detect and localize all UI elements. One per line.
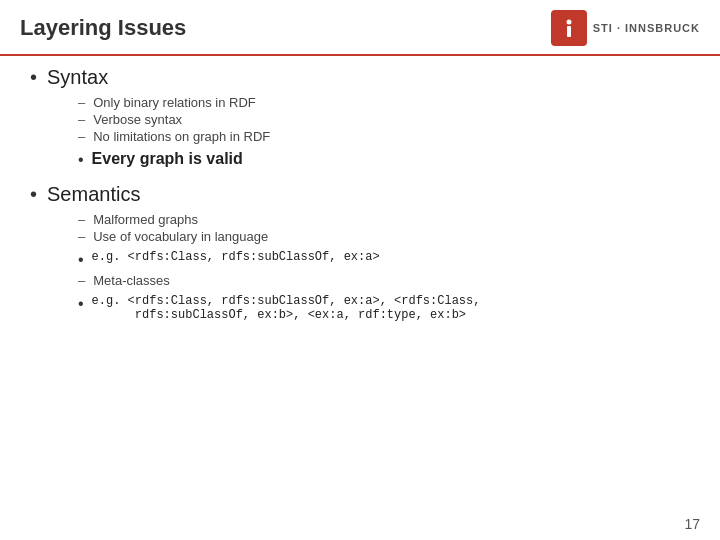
syntax-item-2: Verbose syntax [93, 112, 182, 127]
header: Layering Issues STI · INNSBRUCK [0, 0, 720, 56]
semantics-item-1: Malformed graphs [93, 212, 198, 227]
list-item: – No limitations on graph in RDF [78, 129, 690, 144]
list-item: – Malformed graphs [78, 212, 690, 227]
semantics-item-2: Use of vocabulary in language [93, 229, 268, 244]
every-graph-bullet: • Every graph is valid [78, 150, 690, 169]
list-item: – Only binary relations in RDF [78, 95, 690, 110]
semantics-label: Semantics [47, 183, 140, 206]
list-item: – Verbose syntax [78, 112, 690, 127]
semantics-sub-list-2: – Meta-classes [78, 273, 690, 288]
logo-icon [551, 10, 587, 46]
list-item: – Meta-classes [78, 273, 690, 288]
every-graph-text: Every graph is valid [92, 150, 243, 168]
syntax-bullet: • Syntax [30, 66, 690, 89]
inner-dot-3: • [78, 294, 84, 313]
syntax-label: Syntax [47, 66, 108, 89]
vocab-inner-bullet: • e.g. <rdfs:Class, rdfs:subClassOf, ex:… [78, 250, 690, 269]
syntax-item-3: No limitations on graph in RDF [93, 129, 270, 144]
page-title: Layering Issues [20, 15, 186, 41]
inner-dot: • [78, 150, 84, 169]
syntax-bullet-dot: • [30, 66, 37, 88]
logo-text: STI · INNSBRUCK [593, 21, 700, 35]
syntax-sub-list: – Only binary relations in RDF – Verbose… [78, 95, 690, 144]
page-number: 17 [684, 516, 700, 532]
main-content: • Syntax – Only binary relations in RDF … [0, 56, 720, 346]
semantics-item-3: Meta-classes [93, 273, 170, 288]
semantics-sub-list: – Malformed graphs – Use of vocabulary i… [78, 212, 690, 244]
syntax-section: • Syntax – Only binary relations in RDF … [30, 66, 690, 169]
semantics-bullet: • Semantics [30, 183, 690, 206]
logo-area: STI · INNSBRUCK [551, 10, 700, 46]
inner-dot-2: • [78, 250, 84, 269]
vocab-example: e.g. <rdfs:Class, rdfs:subClassOf, ex:a> [92, 250, 380, 264]
meta-inner-bullet: • e.g. <rdfs:Class, rdfs:subClassOf, ex:… [78, 294, 690, 322]
svg-rect-1 [567, 26, 571, 37]
svg-point-0 [566, 20, 571, 25]
semantics-bullet-dot: • [30, 183, 37, 205]
semantics-section: • Semantics – Malformed graphs – Use of … [30, 183, 690, 322]
meta-example: e.g. <rdfs:Class, rdfs:subClassOf, ex:a>… [92, 294, 481, 322]
syntax-item-1: Only binary relations in RDF [93, 95, 256, 110]
list-item: – Use of vocabulary in language [78, 229, 690, 244]
